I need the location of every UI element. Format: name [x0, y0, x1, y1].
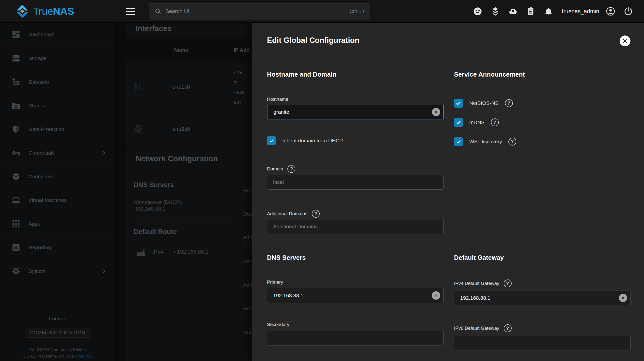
- ipv6-gateway-input[interactable]: [454, 336, 631, 350]
- netbios-checkbox[interactable]: [454, 99, 463, 108]
- ipv4-gateway-label: IPv4 Default Gateway ?: [454, 279, 631, 287]
- additional-domains-input[interactable]: [267, 219, 444, 234]
- username[interactable]: truenas_admin: [562, 8, 599, 15]
- truenas-logo[interactable]: TrueNAS: [15, 0, 74, 23]
- power-icon[interactable]: [623, 7, 633, 16]
- inherit-domain-label[interactable]: Inherit domain from DHCP: [282, 138, 343, 144]
- help-icon[interactable]: ?: [312, 210, 320, 218]
- help-icon[interactable]: ?: [288, 165, 295, 173]
- domain-label: Domain ?: [267, 165, 444, 173]
- ipv6-gateway-label: IPv6 Default Gateway ?: [454, 324, 631, 332]
- clear-ipv4-gateway-icon[interactable]: [619, 294, 627, 302]
- netbios-checkbox-row: NetBIOS-NS ?: [454, 99, 631, 108]
- help-icon[interactable]: ?: [491, 118, 499, 126]
- inherit-domain-checkbox[interactable]: [267, 136, 276, 145]
- primary-dns-input[interactable]: [267, 288, 444, 303]
- global-search[interactable]: Ctrl + /: [149, 3, 370, 20]
- section-title: DNS Servers: [267, 254, 444, 261]
- secondary-dns-label: Secondary: [267, 322, 444, 327]
- section-title: Service Announcement: [454, 71, 631, 78]
- panel-header: Edit Global Configuration: [252, 23, 644, 57]
- feedback-smiley-icon[interactable]: [473, 7, 482, 16]
- truenas-logo-icon: [15, 4, 30, 19]
- close-icon: [622, 38, 628, 44]
- mdns-checkbox[interactable]: [454, 118, 463, 127]
- close-button[interactable]: [620, 36, 630, 46]
- section-title: Default Gateway: [454, 254, 631, 261]
- sidebar-toggle-button[interactable]: [126, 7, 136, 16]
- wsdiscovery-checkbox[interactable]: [454, 137, 463, 146]
- hostname-label: Hostname: [267, 97, 444, 102]
- help-icon[interactable]: ?: [508, 138, 516, 146]
- additional-domains-label: Additional Domains ?: [267, 210, 444, 218]
- clear-primary-dns-icon[interactable]: [432, 291, 440, 300]
- account-icon[interactable]: [606, 7, 616, 16]
- panel-title: Edit Global Configuration: [267, 36, 359, 45]
- search-input[interactable]: [165, 8, 350, 15]
- section-default-gateway: Default Gateway IPv4 Default Gateway ? I…: [454, 254, 631, 361]
- secondary-dns-input[interactable]: [267, 331, 444, 345]
- section-title: Hostname and Domain: [267, 71, 444, 78]
- inherit-domain-checkbox-row: Inherit domain from DHCP: [267, 136, 444, 145]
- primary-dns-label: Primary: [267, 279, 444, 285]
- cloud-icon[interactable]: [508, 7, 518, 16]
- jobs-clipboard-icon[interactable]: [526, 7, 536, 16]
- edit-global-configuration-panel: Edit Global Configuration Hostname and D…: [252, 23, 644, 361]
- search-icon: [154, 8, 162, 15]
- truecommand-icon[interactable]: [490, 7, 500, 16]
- domain-input[interactable]: [267, 175, 444, 190]
- search-shortcut: Ctrl + /: [350, 9, 364, 14]
- wsdiscovery-label[interactable]: WS-Discovery: [469, 139, 502, 145]
- netbios-label[interactable]: NetBIOS-NS: [469, 100, 498, 106]
- topbar-actions: truenas_admin: [469, 0, 637, 23]
- panel-body: Hostname and Domain Hostname Inherit dom…: [267, 57, 631, 361]
- section-dns-servers: DNS Servers Primary Secondary: [267, 254, 444, 361]
- logo-text: TrueNAS: [33, 6, 74, 17]
- help-icon[interactable]: ?: [505, 99, 513, 107]
- section-hostname-and-domain: Hostname and Domain Hostname Inherit dom…: [267, 71, 444, 254]
- truenas-app: TrueNAS Ctrl + /: [0, 0, 644, 361]
- topbar: TrueNAS Ctrl + /: [0, 0, 644, 23]
- clear-hostname-icon[interactable]: [432, 108, 440, 116]
- hostname-input[interactable]: [267, 105, 444, 119]
- wsdiscovery-checkbox-row: WS-Discovery ?: [454, 137, 631, 146]
- help-icon[interactable]: ?: [504, 324, 512, 332]
- mdns-checkbox-row: mDNS ?: [454, 118, 631, 127]
- help-icon[interactable]: ?: [504, 279, 512, 287]
- mdns-label[interactable]: mDNS: [469, 119, 484, 125]
- notifications-bell-icon[interactable]: [544, 7, 554, 16]
- ipv4-gateway-input[interactable]: [454, 290, 631, 305]
- section-service-announcement: Service Announcement NetBIOS-NS ? mDNS ?…: [454, 71, 631, 254]
